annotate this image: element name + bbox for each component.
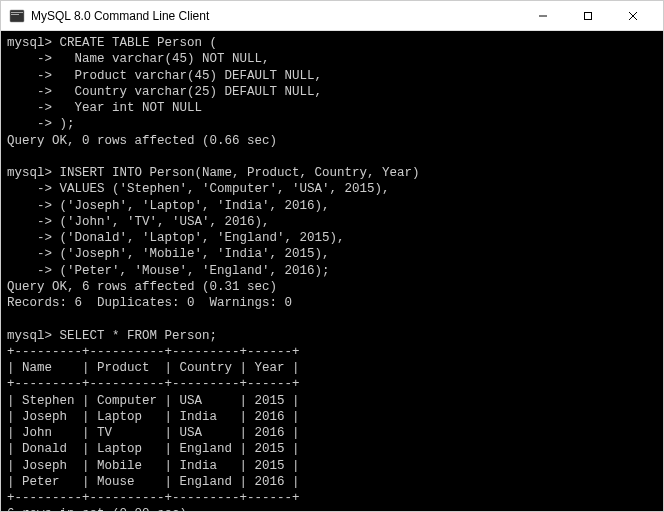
result-footer: 6 rows in set (0.00 sec) <box>7 507 187 511</box>
cont-line: -> Country varchar(25) DEFAULT NULL, <box>7 85 322 99</box>
cont-line: -> ); <box>7 117 75 131</box>
cont-line: -> ('Joseph', 'Laptop', 'India', 2016), <box>7 199 330 213</box>
table-border: +---------+----------+---------+------+ <box>7 491 300 505</box>
cont-line: -> Product varchar(45) DEFAULT NULL, <box>7 69 322 83</box>
table-row: | Peter | Mouse | England | 2016 | <box>7 475 300 489</box>
prompt-line: mysql> INSERT INTO Person(Name, Product,… <box>7 166 420 180</box>
minimize-button[interactable] <box>520 1 565 31</box>
cont-line: -> Name varchar(45) NOT NULL, <box>7 52 270 66</box>
svg-rect-4 <box>584 12 591 19</box>
cont-line: -> VALUES ('Stephen', 'Computer', 'USA',… <box>7 182 390 196</box>
cont-line: -> Year int NOT NULL <box>7 101 202 115</box>
svg-rect-1 <box>11 12 23 13</box>
table-row: | Joseph | Mobile | India | 2015 | <box>7 459 300 473</box>
close-button[interactable] <box>610 1 655 31</box>
cont-line: -> ('Joseph', 'Mobile', 'India', 2015), <box>7 247 330 261</box>
maximize-button[interactable] <box>565 1 610 31</box>
summary-line: Records: 6 Duplicates: 0 Warnings: 0 <box>7 296 292 310</box>
table-border: +---------+----------+---------+------+ <box>7 345 300 359</box>
app-window: MySQL 8.0 Command Line Client mysql> CRE… <box>0 0 664 512</box>
result-line: Query OK, 0 rows affected (0.66 sec) <box>7 134 277 148</box>
table-row: | John | TV | USA | 2016 | <box>7 426 300 440</box>
table-row: | Joseph | Laptop | India | 2016 | <box>7 410 300 424</box>
table-header: | Name | Product | Country | Year | <box>7 361 300 375</box>
result-line: Query OK, 6 rows affected (0.31 sec) <box>7 280 277 294</box>
terminal-output[interactable]: mysql> CREATE TABLE Person ( -> Name var… <box>1 31 663 511</box>
prompt-line: mysql> CREATE TABLE Person ( <box>7 36 217 50</box>
app-icon <box>9 8 25 24</box>
window-title: MySQL 8.0 Command Line Client <box>31 9 520 23</box>
window-controls <box>520 1 655 31</box>
prompt-line: mysql> SELECT * FROM Person; <box>7 329 217 343</box>
cont-line: -> ('Donald', 'Laptop', 'England', 2015)… <box>7 231 345 245</box>
svg-rect-2 <box>11 14 19 15</box>
svg-rect-0 <box>10 10 24 22</box>
table-border: +---------+----------+---------+------+ <box>7 377 300 391</box>
cont-line: -> ('John', 'TV', 'USA', 2016), <box>7 215 270 229</box>
table-row: | Donald | Laptop | England | 2015 | <box>7 442 300 456</box>
titlebar: MySQL 8.0 Command Line Client <box>1 1 663 31</box>
table-row: | Stephen | Computer | USA | 2015 | <box>7 394 300 408</box>
cont-line: -> ('Peter', 'Mouse', 'England', 2016); <box>7 264 330 278</box>
